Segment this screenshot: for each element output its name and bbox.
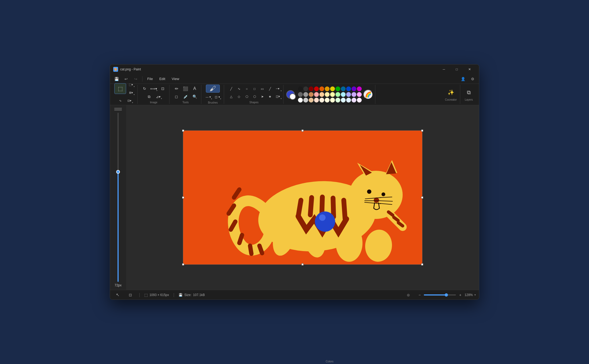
fit-screen-status[interactable]: ⊡ — [126, 291, 135, 299]
minimize-button[interactable]: ─ — [438, 65, 450, 73]
color-swatch[interactable] — [341, 98, 346, 103]
brush-opacity-dropdown[interactable]: ◫ ▾ — [213, 93, 222, 101]
menu-edit[interactable]: Edit — [157, 76, 168, 82]
color-swatch[interactable] — [325, 98, 330, 103]
selection-dropdown[interactable]: ⬚▾ — [127, 81, 135, 88]
color-swatch[interactable] — [330, 86, 335, 91]
selection-transform[interactable]: ⊞▾ — [127, 89, 135, 96]
pencil-button[interactable]: ✏ — [172, 85, 181, 92]
menu-view[interactable]: View — [169, 76, 182, 82]
color-swatch[interactable] — [346, 92, 351, 97]
shape-line[interactable]: ╱ — [227, 85, 236, 93]
color-swatch[interactable] — [346, 86, 351, 91]
color-swatch[interactable] — [314, 98, 319, 103]
color-swatch[interactable] — [352, 86, 356, 91]
colorpicker-button[interactable]: 💉 — [181, 93, 190, 100]
size-slider-track[interactable] — [118, 113, 119, 282]
eraser-button[interactable]: ◻ — [172, 93, 181, 100]
transform-button[interactable]: ⟺▾ — [149, 85, 158, 92]
background-color[interactable] — [289, 93, 296, 100]
zoom-dropdown[interactable]: ▾ — [474, 293, 476, 296]
close-button[interactable]: ✕ — [463, 65, 476, 73]
handle-bottom-left[interactable] — [182, 263, 184, 266]
rotate-button[interactable]: ↻ — [140, 85, 149, 92]
layers-button[interactable]: ⧉ — [464, 88, 474, 97]
zoom-thumb[interactable] — [445, 293, 448, 297]
color-swatch[interactable] — [309, 92, 314, 97]
focus-btn[interactable]: ◎ — [404, 291, 413, 299]
brush-style-dropdown[interactable]: — ▾ — [204, 93, 213, 101]
color-picker-rainbow[interactable]: 🌈 — [363, 90, 373, 99]
selection-more[interactable]: ⊡▾ — [125, 97, 134, 104]
crop-button[interactable]: ⧉ — [145, 93, 153, 100]
shape-outline-dropdown[interactable]: ─▾ — [274, 85, 282, 93]
color-swatch[interactable] — [330, 98, 335, 103]
shape-right-arrow[interactable]: ➤ — [258, 93, 267, 100]
color-swatch[interactable] — [357, 92, 362, 97]
shape-diamond[interactable]: ◇ — [235, 93, 243, 100]
handle-mid-left[interactable] — [182, 196, 184, 199]
shape-rect[interactable]: □ — [250, 85, 259, 93]
shape-hex[interactable]: ⬡ — [250, 93, 259, 100]
color-swatch[interactable] — [298, 92, 303, 97]
handle-bottom-right[interactable] — [421, 263, 423, 266]
fill-button[interactable]: ⬛ — [181, 85, 190, 92]
color-swatch[interactable] — [325, 92, 330, 97]
color-swatch[interactable] — [352, 98, 356, 103]
magnify-button[interactable]: 🔍 — [190, 93, 199, 100]
color-swatch[interactable] — [335, 86, 340, 91]
handle-mid-right[interactable] — [421, 196, 423, 199]
handle-bottom-center[interactable] — [301, 263, 304, 266]
color-swatch[interactable] — [330, 92, 335, 97]
color-swatch[interactable] — [314, 92, 319, 97]
zoom-track[interactable] — [424, 294, 456, 295]
shape-fill-dropdown[interactable]: ◫▾ — [274, 93, 282, 100]
handle-top-center[interactable] — [301, 130, 304, 132]
shape-oval[interactable]: ○ — [243, 85, 251, 93]
cursor-tool-status[interactable]: ↖ — [113, 291, 122, 299]
flip-button[interactable]: ⊿▾ — [154, 93, 163, 100]
main-canvas[interactable] — [183, 131, 422, 264]
handle-top-right[interactable] — [421, 130, 423, 132]
brush-main-button[interactable]: 🖌 — [206, 85, 220, 93]
color-swatch[interactable] — [319, 98, 324, 103]
shape-star5[interactable]: ★ — [266, 93, 274, 100]
color-swatch[interactable] — [357, 86, 362, 91]
color-swatch[interactable] — [352, 92, 356, 97]
color-swatch[interactable] — [309, 98, 314, 103]
canvas-area[interactable] — [126, 105, 479, 290]
color-swatch[interactable] — [298, 86, 303, 91]
color-swatch[interactable] — [303, 92, 308, 97]
color-swatch[interactable] — [335, 92, 340, 97]
color-swatch[interactable] — [314, 86, 319, 91]
maximize-button[interactable]: □ — [451, 65, 463, 73]
selection-rect-button[interactable]: ⬚ — [114, 83, 126, 94]
color-swatch[interactable] — [303, 98, 308, 103]
text-button[interactable]: A — [190, 85, 199, 92]
size-handle[interactable] — [114, 108, 122, 111]
color-swatch[interactable] — [298, 98, 303, 103]
zoom-out-button[interactable]: − — [417, 292, 422, 298]
color-swatch[interactable] — [341, 92, 346, 97]
zoom-in-button[interactable]: + — [458, 292, 463, 298]
resize-button[interactable]: ⊡ — [158, 85, 167, 92]
color-swatch[interactable] — [357, 98, 362, 103]
shape-arrow[interactable]: ╱ — [266, 85, 274, 93]
cocreator-button[interactable]: ✨ — [446, 88, 456, 97]
account-icon[interactable]: 👤 — [459, 75, 467, 83]
settings-icon[interactable]: ⚙ — [468, 75, 477, 83]
shape-tri[interactable]: △ — [227, 93, 236, 100]
selection-lasso[interactable]: ∿ — [116, 97, 124, 104]
size-slider-thumb[interactable] — [116, 170, 120, 174]
color-swatch[interactable] — [303, 86, 308, 91]
shape-pent[interactable]: ⬠ — [243, 93, 251, 100]
color-swatch[interactable] — [319, 86, 324, 91]
zoom-value[interactable]: 128% — [465, 293, 473, 297]
color-swatch[interactable] — [309, 86, 314, 91]
color-swatch[interactable] — [325, 86, 330, 91]
shape-curve[interactable]: ∿ — [235, 85, 243, 93]
color-swatch[interactable] — [319, 92, 324, 97]
color-swatch[interactable] — [341, 86, 346, 91]
color-swatch[interactable] — [335, 98, 340, 103]
shape-rect2[interactable]: ▭ — [258, 85, 267, 93]
